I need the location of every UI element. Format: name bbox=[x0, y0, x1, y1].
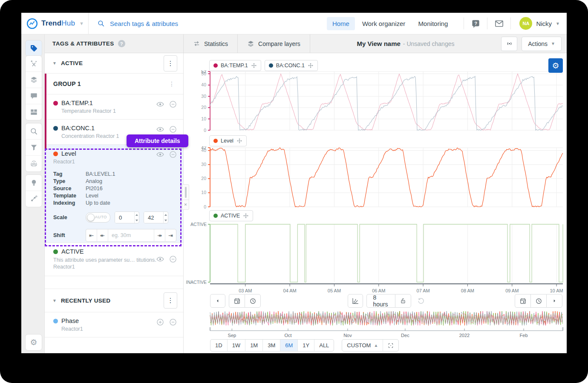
attribute-detail-card[interactable]: Level Reactor1 TagBA:LEVEL.1TypeAnalogSo… bbox=[45, 145, 183, 243]
legend-chip-level[interactable]: Level bbox=[209, 135, 247, 146]
visibility-eye-icon[interactable] bbox=[156, 150, 164, 159]
svg-text:05 AM: 05 AM bbox=[328, 288, 341, 293]
active-section-menu-button[interactable]: ⋮ bbox=[164, 55, 177, 71]
remove-minus-icon[interactable] bbox=[169, 255, 177, 263]
tab-statistics[interactable]: Statistics bbox=[184, 34, 238, 53]
group-row[interactable]: GROUP 1 ⋮ bbox=[45, 74, 183, 94]
rail-comments-button[interactable] bbox=[26, 88, 42, 104]
live-broadcast-button[interactable] bbox=[501, 37, 517, 51]
panel-resize-handle[interactable]: ✕ bbox=[182, 184, 189, 210]
move-handle-icon[interactable] bbox=[243, 213, 249, 219]
move-handle-icon[interactable] bbox=[236, 138, 242, 144]
rail-filter-button[interactable] bbox=[26, 139, 42, 155]
analog-chart-level[interactable]: 01020304042 bbox=[184, 146, 565, 210]
remove-minus-icon[interactable] bbox=[169, 125, 177, 134]
lock-duration-button[interactable] bbox=[395, 294, 411, 308]
tag-row-ba-temp-1[interactable]: BA:TEMP.1Temperature Reactor 1 bbox=[45, 94, 183, 120]
rail-search-data-button[interactable] bbox=[26, 123, 42, 139]
compare-trends-button[interactable] bbox=[348, 294, 363, 308]
remove-minus-icon[interactable] bbox=[169, 150, 177, 159]
zoom-preset-1w[interactable]: 1W bbox=[227, 340, 245, 351]
comment-icon bbox=[30, 92, 38, 100]
actions-button[interactable]: Actions ▼ bbox=[522, 37, 562, 51]
legend-chip-active[interactable]: ACTIVE bbox=[209, 210, 253, 221]
user-menu[interactable]: NA Nicky ▼ bbox=[515, 17, 567, 30]
pan-right-button[interactable] bbox=[546, 294, 562, 308]
recent-section-menu-button[interactable]: ⋮ bbox=[164, 292, 177, 309]
legend-chip-ba-temp-1[interactable]: BA:TEMP.1 bbox=[209, 60, 261, 71]
spin-down-icon[interactable] bbox=[135, 217, 139, 223]
spin-down-icon[interactable] bbox=[164, 217, 168, 223]
shift-far-right-icon[interactable]: ⇥ bbox=[165, 229, 176, 241]
duration-button[interactable]: 8 hours bbox=[366, 294, 395, 308]
context-brush-chart[interactable]: SepOctNovDec2022Feb bbox=[184, 310, 565, 343]
messages-button[interactable] bbox=[492, 16, 506, 31]
rail-settings-button[interactable]: ⚙ bbox=[26, 334, 42, 350]
rail-fingerprint-button[interactable] bbox=[26, 155, 42, 171]
box-select-button[interactable] bbox=[383, 340, 398, 351]
tab-compare-layers[interactable]: Compare layers bbox=[238, 34, 310, 53]
calendar-start-button[interactable] bbox=[229, 294, 245, 308]
rail-context-button[interactable] bbox=[26, 191, 42, 207]
shift-control: ⇤ ↞ ↠ ⇥ bbox=[86, 229, 176, 242]
zoom-preset-3m[interactable]: 3M bbox=[262, 340, 280, 351]
custom-range-button[interactable]: CUSTOM ▲ bbox=[342, 340, 383, 351]
visibility-eye-icon[interactable] bbox=[156, 255, 164, 263]
shift-right-icon[interactable]: ↠ bbox=[154, 229, 165, 241]
spin-up-icon[interactable] bbox=[135, 212, 139, 217]
visibility-eye-icon[interactable] bbox=[156, 125, 164, 134]
rail-dashboard-button[interactable] bbox=[26, 104, 42, 120]
search-input[interactable] bbox=[109, 20, 290, 28]
remove-minus-icon[interactable] bbox=[169, 100, 177, 109]
add-plus-icon[interactable] bbox=[156, 318, 164, 326]
collapse-x-icon[interactable]: ✕ bbox=[182, 200, 189, 209]
shift-far-left-icon[interactable]: ⇤ bbox=[86, 229, 97, 241]
time-end-button[interactable] bbox=[530, 294, 546, 308]
calendar-end-button[interactable] bbox=[515, 294, 530, 308]
legend-chip-ba-conc-1[interactable]: BA:CONC.1 bbox=[265, 60, 318, 71]
shift-left-icon[interactable]: ↞ bbox=[97, 229, 108, 241]
rail-recommendations-button[interactable] bbox=[26, 175, 42, 191]
rail-tags-attributes-button[interactable] bbox=[26, 40, 42, 56]
remove-minus-icon[interactable] bbox=[169, 318, 177, 326]
nav-item-work-organizer[interactable]: Work organizer bbox=[357, 17, 411, 30]
group-menu-button[interactable]: ⋮ bbox=[167, 80, 176, 87]
drag-handle[interactable] bbox=[182, 185, 189, 200]
brand-chevron-down-icon[interactable]: ▼ bbox=[79, 21, 84, 26]
zoom-preset-6m[interactable]: 6M bbox=[280, 340, 297, 351]
shift-amount-input[interactable] bbox=[108, 229, 154, 241]
rail-calculations-button[interactable] bbox=[26, 56, 42, 71]
scale-min-input[interactable] bbox=[115, 212, 134, 223]
panel-help-icon[interactable]: ? bbox=[118, 40, 125, 47]
pan-left-button[interactable] bbox=[210, 294, 225, 308]
move-handle-icon[interactable] bbox=[251, 63, 257, 69]
zoom-preset-all[interactable]: ALL bbox=[314, 340, 334, 351]
brush-canvas: SepOctNovDec2022Feb bbox=[184, 310, 565, 341]
move-handle-icon[interactable] bbox=[308, 63, 314, 69]
attribute-row-active[interactable]: ACTIVE This attribute uses parameter su…… bbox=[45, 243, 183, 276]
zoom-preset-1m[interactable]: 1M bbox=[245, 340, 262, 351]
nav-item-monitoring[interactable]: Monitoring bbox=[412, 17, 453, 30]
chart-settings-button[interactable]: ⚙ bbox=[548, 58, 563, 73]
history-button[interactable] bbox=[414, 294, 428, 308]
detail-field-type: TypeAnalog bbox=[53, 178, 176, 184]
rail-layers-button[interactable] bbox=[26, 71, 42, 88]
nav-item-home[interactable]: Home bbox=[327, 17, 355, 30]
attribute-name: Level bbox=[61, 150, 76, 157]
svg-text:2022: 2022 bbox=[459, 333, 470, 338]
scale-auto-toggle[interactable]: AUTO bbox=[86, 212, 110, 223]
collapse-chevron-icon[interactable]: ▼ bbox=[52, 298, 57, 303]
time-start-button[interactable] bbox=[245, 294, 261, 308]
scale-max-input[interactable] bbox=[144, 212, 163, 223]
digital-chart-active[interactable]: ACTIVEINACTIVE03 AM04 AM05 AM06 AM07 AM0… bbox=[184, 222, 565, 297]
visibility-eye-icon[interactable] bbox=[156, 100, 164, 109]
spin-up-icon[interactable] bbox=[164, 212, 168, 217]
help-button[interactable]: ? bbox=[468, 16, 483, 31]
analog-chart-temp-conc[interactable]: 0102030405052 bbox=[184, 70, 565, 134]
svg-text:0: 0 bbox=[204, 128, 206, 132]
brand-logo[interactable]: TrendHub ▼ bbox=[21, 13, 89, 34]
zoom-preset-1y[interactable]: 1Y bbox=[297, 340, 314, 351]
zoom-preset-1d[interactable]: 1D bbox=[210, 340, 227, 351]
collapse-chevron-icon[interactable]: ▼ bbox=[52, 61, 57, 66]
tag-row-phase[interactable]: PhaseReactor1 bbox=[45, 312, 183, 337]
